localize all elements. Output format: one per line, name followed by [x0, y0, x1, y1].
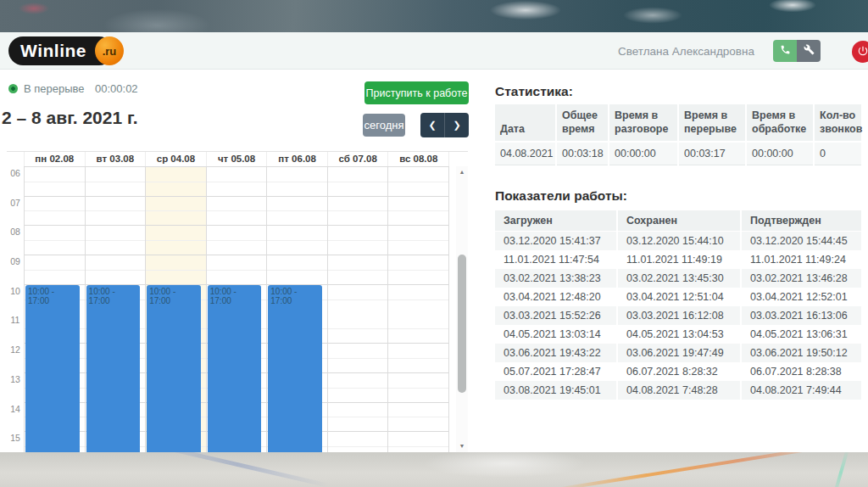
shift-event[interactable]: 10:00 - 17:00: [268, 285, 322, 452]
cell: 00:03:17: [678, 142, 746, 165]
calendar-widget: пн 02.08 вт 03.08 ср 04.08 чт 05.08 пт 0…: [7, 151, 468, 452]
day-column-tue[interactable]: 10:00 - 17:00: [85, 167, 146, 452]
start-work-button[interactable]: Приступить к работе: [364, 81, 469, 104]
prev-week-button[interactable]: ❮: [420, 113, 445, 137]
status-timer: 00:00:02: [95, 82, 138, 95]
table-row: 04.08.2021 00:03:18 00:00:00 00:03:17 00…: [495, 142, 861, 165]
cell: 03.04.2021 12:52:01: [741, 288, 861, 306]
cell: 06.07.2021 8:28:32: [617, 362, 741, 381]
background-photo-top: [0, 0, 868, 32]
cell: 05.07.2021 17:28:47: [495, 362, 617, 381]
cell: 03.03.2021 16:12:08: [617, 306, 741, 325]
table-row: 03.04.2021 12:48:20 03.04.2021 12:51:04 …: [495, 288, 861, 306]
column-header: Кол-во звонков: [814, 104, 861, 142]
day-header: вт 03.08: [85, 152, 146, 166]
time-label: 12: [7, 344, 24, 355]
wrench-icon: [804, 44, 815, 58]
cell: 03.12.2020 15:44:10: [617, 232, 741, 251]
settings-wrench-button[interactable]: [797, 40, 821, 62]
cell: 0: [814, 142, 861, 165]
column-header: Дата: [495, 104, 556, 142]
cell: 00:03:18: [556, 142, 609, 165]
winline-logo[interactable]: Winline .ru: [8, 36, 114, 65]
statistics-heading: Статистика:: [495, 84, 573, 99]
background-streak: [424, 452, 585, 478]
app-header: Winline .ru Светлана Александровна: [0, 32, 868, 70]
table-row: 03.06.2021 19:43:22 03.06.2021 19:47:49 …: [495, 344, 861, 362]
calendar-scrollbar[interactable]: ▲ ▼: [456, 166, 468, 452]
cell: 04.08.2021: [495, 142, 556, 165]
calendar-week-title: 2 – 8 авг. 2021 г.: [2, 108, 137, 128]
calendar-day-header-row: пн 02.08 вт 03.08 ср 04.08 чт 05.08 пт 0…: [7, 151, 468, 166]
time-label: 10: [7, 286, 24, 296]
cell: 03.12.2020 15:41:37: [495, 232, 617, 251]
header-button-group: [773, 40, 821, 62]
table-header-row: Загружен Сохранен Подтвержден: [495, 210, 861, 232]
table-row: 05.07.2021 17:28:47 06.07.2021 8:28:32 0…: [495, 362, 861, 381]
cell: 04.08.2021 7:48:28: [617, 381, 741, 400]
cell: 00:00:00: [609, 142, 678, 165]
day-column-mon[interactable]: 10:00 - 17:00: [24, 167, 85, 452]
table-row: 03.08.2021 19:45:01 04.08.2021 7:48:28 0…: [495, 381, 861, 400]
cell: 03.02.2021 13:46:28: [741, 269, 861, 288]
column-header: Время в обработке: [746, 104, 814, 142]
cell: 03.03.2021 15:52:26: [495, 306, 617, 325]
chevron-left-icon: ❮: [428, 120, 436, 131]
time-label: 15: [7, 433, 24, 443]
shift-event[interactable]: 10:00 - 17:00: [147, 285, 201, 452]
column-header: Время в разговоре: [609, 104, 678, 142]
indicators-heading: Показатели работы:: [495, 188, 627, 204]
day-column-sat[interactable]: [327, 167, 388, 452]
time-label: 11: [7, 315, 24, 325]
cell: 03.04.2021 12:48:20: [495, 288, 617, 306]
logo-ru-badge: .ru: [95, 36, 124, 65]
cell: 03.02.2021 13:45:30: [617, 269, 741, 288]
logout-power-button[interactable]: [852, 41, 868, 63]
table-header-row: Дата Общее время Время в разговоре Время…: [495, 104, 861, 142]
scrollbar-thumb[interactable]: [458, 255, 466, 393]
scroll-down-arrow-icon[interactable]: ▼: [456, 442, 468, 451]
chevron-right-icon: ❯: [453, 120, 460, 131]
calendar-body: 06 07 08 09 10 11 12 13 14 15 10:00 - 17…: [7, 166, 468, 452]
next-week-button[interactable]: ❯: [445, 113, 469, 137]
time-label: 08: [7, 227, 24, 237]
shift-event[interactable]: 10:00 - 17:00: [25, 285, 80, 452]
cell: 04.08.2021 7:49:44: [741, 381, 861, 400]
status-label: В перерыве: [24, 82, 85, 95]
status-dot-icon: [8, 84, 18, 93]
cell: 11.01.2021 11:47:54: [495, 250, 617, 269]
background-streak: [832, 452, 849, 487]
cell: 03.03.2021 16:13:06: [741, 306, 861, 325]
cell: 03.08.2021 19:45:01: [495, 381, 617, 400]
table-row: 11.01.2021 11:47:54 11.01.2021 11:49:19 …: [495, 250, 861, 269]
right-panel: Статистика: Дата Общее время Время в раз…: [495, 70, 861, 452]
day-header: пн 02.08: [24, 152, 85, 166]
column-header: Общее время: [556, 104, 609, 142]
column-header: Подтвержден: [741, 210, 861, 232]
day-header: сб 07.08: [327, 152, 388, 166]
day-column-wed-today[interactable]: 10:00 - 17:00: [145, 167, 206, 452]
shift-event[interactable]: 10:00 - 17:00: [86, 285, 141, 452]
background-photo-bottom: [0, 452, 868, 487]
day-header: пт 06.08: [266, 152, 327, 166]
day-column-thu[interactable]: 10:00 - 17:00: [206, 167, 267, 452]
cell: 03.06.2021 19:47:49: [617, 344, 741, 362]
table-row: 04.05.2021 13:03:14 04.05.2021 13:04:53 …: [495, 325, 861, 344]
phone-button[interactable]: [773, 40, 797, 62]
cell: 04.05.2021 13:06:31: [741, 325, 861, 344]
cell: 11.01.2021 11:49:19: [617, 250, 741, 269]
time-label: 06: [7, 168, 24, 178]
cell: 03.04.2021 12:51:04: [617, 288, 741, 306]
day-column-sun[interactable]: [387, 167, 449, 452]
time-label: 09: [7, 256, 24, 266]
day-column-fri[interactable]: 10:00 - 17:00: [266, 167, 327, 452]
cell: 03.02.2021 13:38:23: [495, 269, 617, 288]
power-icon: [857, 45, 868, 59]
day-header-today: ср 04.08: [145, 152, 206, 166]
shift-event[interactable]: 10:00 - 17:00: [208, 285, 262, 452]
cell: 03.06.2021 19:50:12: [741, 344, 861, 362]
today-button[interactable]: сегодня: [363, 114, 405, 137]
statistics-table: Дата Общее время Время в разговоре Время…: [495, 104, 861, 165]
user-name: Светлана Александровна: [618, 45, 754, 58]
scroll-up-arrow-icon[interactable]: ▲: [456, 168, 468, 176]
